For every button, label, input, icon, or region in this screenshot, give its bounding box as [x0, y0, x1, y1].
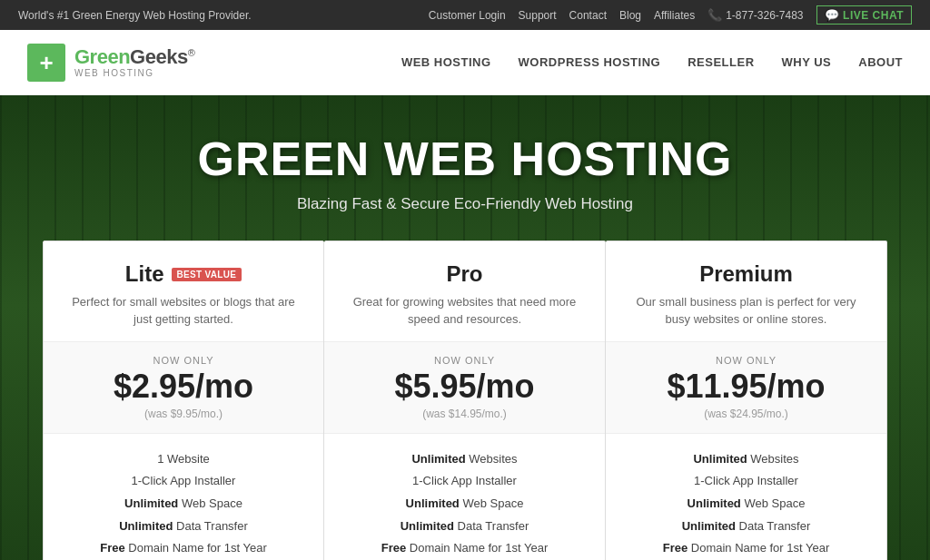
feature-line: Unlimited Data Transfer [62, 516, 305, 538]
pricing-row: LiteBEST VALUEPerfect for small websites… [0, 241, 930, 560]
live-chat-button[interactable]: 💬 LIVE CHAT [816, 5, 912, 25]
nav-affiliates[interactable]: Affiliates [654, 9, 695, 22]
price-amount: $11.95/mo [624, 368, 868, 406]
feature-line: Unlimited Web Space [62, 493, 305, 516]
now-only-label: NOW ONLY [342, 355, 587, 366]
nav-blog[interactable]: Blog [619, 9, 641, 22]
top-bar-right: Customer Login Support Contact Blog Affi… [429, 5, 912, 25]
phone-icon: 📞 [707, 8, 722, 22]
nav-web-hosting[interactable]: WEB HOSTING [401, 51, 491, 74]
feature-line: 1-Click App Installer [62, 470, 305, 493]
hero-content: GREEN WEB HOSTING Blazing Fast & Secure … [0, 132, 930, 560]
card-price-section: NOW ONLY$5.95/mo(was $14.95/mo.) [324, 342, 605, 434]
feature-line: Unlimited Data Transfer [342, 516, 587, 538]
feature-line: Unlimited Websites [342, 448, 587, 471]
card-features: Unlimited Websites1-Click App InstallerU… [606, 434, 886, 560]
feature-line: 1-Click App Installer [624, 470, 868, 493]
card-desc: Perfect for small websites or blogs that… [62, 294, 305, 329]
nav-support[interactable]: Support [519, 9, 557, 22]
card-features: Unlimited Websites1-Click App InstallerU… [324, 434, 605, 560]
card-header: ProGreat for growing websites that need … [324, 241, 605, 342]
logo-link[interactable]: + GreenGreenGeeksGeeks® WEB HOSTING [27, 44, 194, 82]
live-chat-label: LIVE CHAT [843, 9, 904, 22]
feature-line: Unlimited Websites [624, 448, 868, 471]
logo-sub: WEB HOSTING [74, 68, 194, 78]
nav-wordpress-hosting[interactable]: WORDPRESS HOSTING [519, 51, 661, 74]
logo-icon: + [27, 44, 65, 82]
phone-item: 📞 1-877-326-7483 [707, 8, 803, 22]
plan-name: LiteBEST VALUE [62, 261, 305, 287]
pricing-card-lite: LiteBEST VALUEPerfect for small websites… [43, 241, 324, 560]
now-only-label: NOW ONLY [624, 355, 868, 366]
nav-contact[interactable]: Contact [569, 9, 607, 22]
card-header: PremiumOur small business plan is perfec… [606, 241, 886, 342]
best-value-badge: BEST VALUE [172, 268, 242, 281]
price-was: (was $24.95/mo.) [624, 408, 868, 420]
nav-customer-login[interactable]: Customer Login [429, 9, 506, 22]
hero-title: GREEN WEB HOSTING [197, 132, 732, 186]
pricing-card-pro: ProGreat for growing websites that need … [324, 241, 606, 560]
nav-why-us[interactable]: WHY US [782, 51, 832, 74]
price-amount: $2.95/mo [62, 368, 305, 406]
feature-line: Free Domain Name for 1st Year [624, 537, 868, 560]
feature-line: Unlimited Web Space [342, 493, 587, 516]
top-bar-tagline: World's #1 Green Energy Web Hosting Prov… [18, 9, 252, 22]
plan-name: Pro [342, 261, 587, 287]
card-header: LiteBEST VALUEPerfect for small websites… [44, 241, 323, 342]
feature-line: Free Domain Name for 1st Year [62, 537, 305, 560]
now-only-label: NOW ONLY [62, 355, 305, 366]
card-features: 1 Website1-Click App InstallerUnlimited … [44, 434, 323, 560]
card-price-section: NOW ONLY$11.95/mo(was $24.95/mo.) [606, 342, 886, 434]
card-desc: Our small business plan is perfect for v… [624, 294, 868, 329]
logo-plus: + [39, 51, 53, 74]
nav-reseller[interactable]: RESELLER [688, 51, 754, 74]
price-amount: $5.95/mo [342, 368, 587, 406]
main-nav: + GreenGreenGeeksGeeks® WEB HOSTING WEB … [0, 30, 930, 95]
top-bar: World's #1 Green Energy Web Hosting Prov… [0, 0, 930, 30]
logo-brand: GreenGreenGeeksGeeks® [74, 46, 194, 68]
phone-number: 1-877-326-7483 [726, 9, 803, 22]
feature-line: 1-Click App Installer [342, 470, 587, 493]
feature-line: Unlimited Data Transfer [624, 516, 868, 538]
feature-line: 1 Website [62, 448, 305, 471]
card-desc: Great for growing websites that need mor… [342, 294, 587, 329]
logo-text: GreenGreenGeeksGeeks® WEB HOSTING [74, 46, 194, 78]
hero-section: GREEN WEB HOSTING Blazing Fast & Secure … [0, 95, 930, 560]
feature-line: Unlimited Web Space [624, 493, 868, 516]
nav-about[interactable]: ABOUT [858, 51, 903, 74]
feature-line: Free Domain Name for 1st Year [342, 537, 587, 560]
price-was: (was $14.95/mo.) [342, 408, 587, 420]
nav-links: WEB HOSTING WORDPRESS HOSTING RESELLER W… [401, 51, 903, 74]
card-price-section: NOW ONLY$2.95/mo(was $9.95/mo.) [44, 342, 323, 434]
pricing-card-premium: PremiumOur small business plan is perfec… [606, 241, 887, 560]
chat-icon: 💬 [825, 8, 840, 22]
price-was: (was $9.95/mo.) [62, 408, 305, 420]
plan-name: Premium [624, 261, 868, 287]
hero-subtitle: Blazing Fast & Secure Eco-Friendly Web H… [297, 195, 633, 213]
